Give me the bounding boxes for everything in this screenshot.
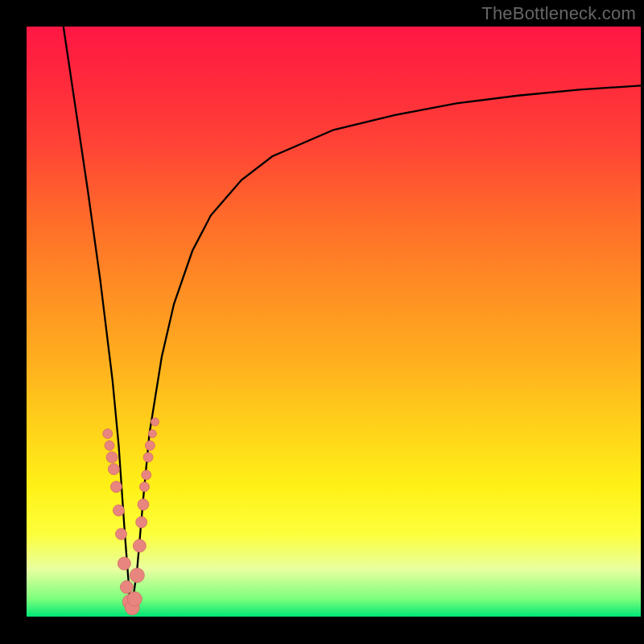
- data-marker: [133, 539, 146, 552]
- data-marker: [127, 592, 142, 606]
- data-marker: [116, 528, 127, 539]
- plot-area: [27, 27, 641, 617]
- data-marker: [148, 430, 156, 438]
- data-marker: [105, 440, 114, 450]
- data-marker: [103, 429, 113, 439]
- marker-group: [103, 418, 159, 615]
- data-marker: [113, 505, 124, 516]
- data-marker: [151, 418, 159, 426]
- data-marker: [106, 452, 118, 463]
- watermark-text: TheBottleneck.com: [481, 3, 636, 24]
- data-marker: [118, 557, 130, 570]
- data-marker: [145, 440, 155, 450]
- data-marker: [142, 470, 151, 480]
- chart-svg: [27, 27, 641, 617]
- chart-frame: TheBottleneck.com: [0, 0, 644, 644]
- data-marker: [138, 499, 149, 510]
- data-marker: [110, 481, 122, 493]
- bottleneck-curve: [64, 27, 641, 613]
- data-marker: [108, 464, 119, 475]
- data-marker: [136, 517, 147, 528]
- data-marker: [130, 568, 144, 583]
- data-marker: [140, 482, 150, 492]
- data-marker: [120, 580, 133, 593]
- data-marker: [143, 452, 153, 462]
